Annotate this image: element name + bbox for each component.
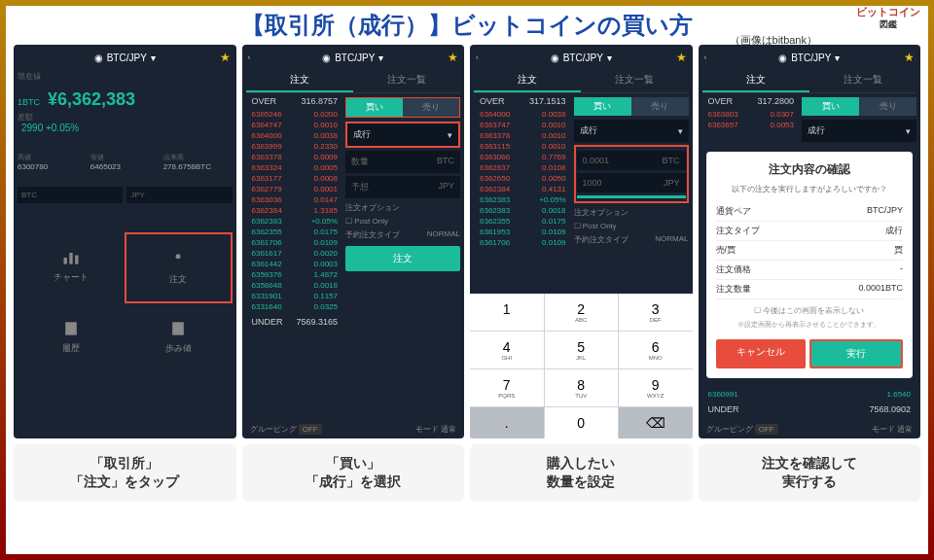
caption-4: 注文を確認して実行する [699,444,921,502]
btc-input[interactable]: BTC [18,187,123,203]
caption-3: 購入したい数量を設定 [470,444,693,502]
post-only-checkbox[interactable]: ☐ Post Only [574,222,689,230]
keypad-key[interactable]: 6MNO [619,332,693,368]
star-icon[interactable]: ★ [676,51,687,64]
qty-input[interactable]: 0.0001BTC [577,151,686,170]
back-icon[interactable]: ‹ [476,52,479,62]
buy-tab[interactable]: 買い [574,97,631,116]
sell-tab[interactable]: 売り [859,97,916,116]
keypad-key[interactable]: 2ABC [545,294,619,331]
tab-order[interactable]: 注文 [246,69,353,92]
jpy-input[interactable]: 1000JPY [577,173,686,192]
post-only-checkbox[interactable]: ☐ Post Only [345,217,460,226]
keypad-key[interactable]: 7PQRS [470,369,544,406]
price-diff: 2990 +0.05% [21,122,233,133]
book-row[interactable]: 63617060.0109 [246,237,344,248]
execute-button[interactable]: 実行 [809,339,903,368]
book-row[interactable]: 63637470.0010 [474,120,572,130]
book-row[interactable]: 63623550.0175 [246,227,344,237]
keypad-key[interactable]: 5JKL [545,332,619,368]
sell-tab[interactable]: 売り [631,97,689,116]
pair-header[interactable]: ◉ BTC/JPY ▾ [18,51,233,65]
back-icon[interactable]: ‹ [704,52,707,62]
book-row[interactable]: 63593761.4872 [246,269,344,280]
dont-show-checkbox[interactable]: ☐ 今後はこの画面を表示しない [716,305,904,316]
book-row[interactable]: 63631770.0008 [246,173,344,184]
screen-3: ‹ ★ ◉ BTC/JPY ▾ 注文 注文一覧 OVER317.1513 636… [470,45,693,438]
star-icon[interactable]: ★ [448,51,458,64]
book-row[interactable]: 63633780.0009 [246,152,344,162]
screen-1: ★ ◉ BTC/JPY ▾ 現在値 1BTC ¥6,362,383 差額 299… [14,45,236,438]
history-button[interactable]: 履歴 [18,303,125,370]
book-row[interactable]: 63627790.0001 [246,184,344,194]
sell-tab[interactable]: 売り [403,98,459,117]
keypad-key[interactable]: 9WXYZ [619,369,693,406]
keypad-key[interactable]: 1 [470,294,544,331]
ticker-button[interactable]: 歩み値 [125,303,232,370]
keypad-key[interactable]: 0 [545,407,619,438]
order-type-dropdown[interactable]: 成行▾ [574,120,689,142]
book-row[interactable]: 63633780.0010 [474,130,572,141]
modal-row: 注文価格- [716,261,904,280]
svg-rect-4 [65,322,77,334]
tab-list[interactable]: 注文一覧 [353,69,460,92]
modal-row: 注文数量0.0001BTC [716,280,904,299]
star-icon[interactable]: ★ [904,51,915,64]
tab-order[interactable]: 注文 [702,69,809,92]
buy-tab[interactable]: 買い [802,97,859,116]
book-row[interactable]: 63586480.0018 [246,280,344,291]
book-row[interactable]: 63636570.0053 [702,120,801,130]
book-row[interactable]: 63623830.0018 [474,205,572,216]
book-row[interactable]: 63652460.0200 [246,109,344,120]
book-row[interactable]: 63640000.0038 [474,109,572,120]
modal-row: 注文タイプ成行 [716,222,904,241]
tab-list[interactable]: 注文一覧 [809,69,916,92]
order-type-dropdown[interactable]: 成行▾ [345,122,460,148]
book-row[interactable]: 63617060.0109 [474,237,572,248]
jpy-input[interactable]: JPY [126,187,232,203]
book-row[interactable]: 63638030.0307 [702,109,801,120]
star-icon[interactable]: ★ [220,51,231,64]
book-row[interactable]: 63609911.6540 [702,389,917,400]
caption-1: 「取引所」「注文」をタップ [14,444,236,502]
tab-list[interactable]: 注文一覧 [581,69,688,92]
book-row[interactable]: 63626500.0050 [474,173,572,184]
buy-tab[interactable]: 買い [346,98,403,117]
cancel-button[interactable]: キャンセル [716,339,806,368]
book-row[interactable]: 63628370.0108 [474,162,572,173]
confirm-modal: 注文内容の確認 以下の注文を実行しますがよろしいですか？ 通貨ペアBTC/JPY… [706,152,914,378]
keypad-key[interactable]: 8TUV [545,369,619,406]
book-row[interactable]: 63616170.0020 [246,248,344,259]
svg-rect-1 [69,253,72,264]
book-row[interactable]: 63623840.4131 [474,184,572,194]
book-row[interactable]: 63631150.0010 [474,141,572,152]
screen-4: ‹ ★ ◉ BTC/JPY ▾ 注文 注文一覧 OVER317.2800 636… [699,45,921,438]
order-type-dropdown[interactable]: 成行▾ [802,120,916,142]
keypad-key[interactable]: 4GHI [470,332,544,368]
book-row[interactable]: 63316400.0325 [246,301,344,312]
book-row[interactable]: 63633240.0005 [246,162,344,173]
keypad-key[interactable]: 3DEF [619,294,693,331]
keypad-key[interactable]: . [470,407,544,438]
book-row[interactable]: 63647470.0010 [246,120,344,130]
book-row[interactable]: 63639990.2330 [246,141,344,152]
svg-rect-0 [64,258,67,264]
book-row[interactable]: 63614420.0003 [246,259,344,269]
book-row[interactable]: 63619530.0109 [474,227,572,237]
tab-order[interactable]: 注文 [474,69,581,92]
book-row[interactable]: 63319010.1157 [246,291,344,301]
book-row[interactable]: 63623550.0175 [474,216,572,227]
est-input[interactable]: 予想JPY [345,176,460,198]
page-title: 【取引所（成行）】ビットコインの買い方 [241,10,693,41]
back-icon[interactable]: ‹ [248,52,251,62]
book-row[interactable]: 63640000.0038 [246,130,344,141]
keypad-key[interactable]: ⌫ [619,407,693,438]
qty-input[interactable]: 数量BTC [345,151,460,173]
chart-button[interactable]: チャート [18,232,125,303]
book-row[interactable]: 63623841.3185 [246,205,344,216]
book-row[interactable]: 63630360.0147 [246,194,344,205]
book-row[interactable]: 63630660.7769 [474,152,572,162]
submit-order-button[interactable]: 注文 [345,246,460,271]
logo: ビットコイン図鑑 [856,6,920,30]
order-button[interactable]: 注文 [125,232,232,303]
